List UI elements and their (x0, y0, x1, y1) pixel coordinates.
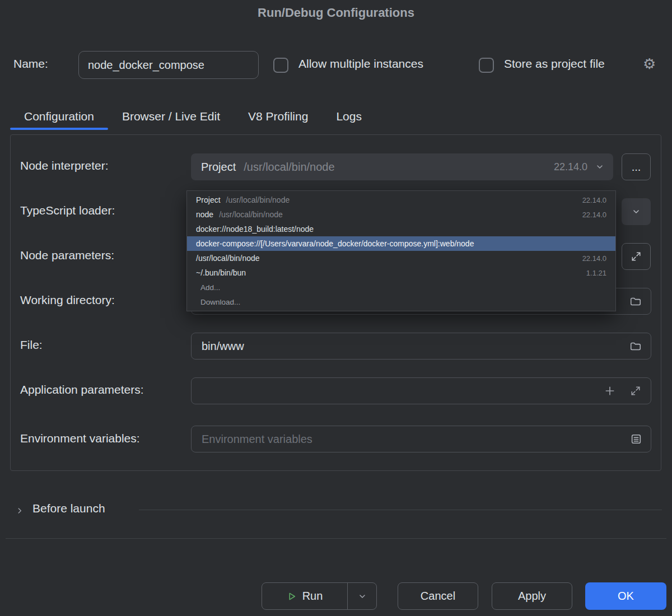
typescript-loader-label: TypeScript loader: (20, 204, 115, 217)
expand-icon (631, 251, 641, 262)
expand-icon[interactable] (631, 386, 641, 396)
allow-multiple-checkbox[interactable] (273, 58, 288, 73)
apply-button[interactable]: Apply (492, 582, 572, 610)
option-name: node (196, 210, 213, 219)
interpreter-more-button[interactable]: ... (622, 153, 651, 180)
name-label: Name: (13, 57, 48, 71)
tab-label: Configuration (24, 110, 94, 123)
name-input[interactable] (78, 51, 259, 79)
node-parameters-label: Node parameters: (20, 249, 114, 262)
store-project-checkbox[interactable] (479, 58, 494, 73)
option-version: 22.14.0 (582, 211, 606, 219)
interpreter-option[interactable]: node /usr/local/bin/node 22.14.0 (187, 207, 615, 222)
browse-list-icon[interactable] (630, 433, 642, 445)
run-button-label: Run (302, 590, 323, 603)
store-project-label: Store as project file (504, 57, 605, 71)
typescript-loader-chevron-button[interactable] (622, 198, 651, 225)
option-version: 1.1.21 (586, 269, 606, 277)
interpreter-dropdown: Project /usr/local/bin/node 22.14.0 node… (186, 190, 616, 311)
file-input-field[interactable] (191, 333, 651, 360)
before-launch-label[interactable]: Before launch (32, 502, 105, 515)
run-button[interactable]: Run (262, 583, 347, 609)
interpreter-value-name: Project (201, 161, 236, 174)
node-interpreter-combobox[interactable]: Project /usr/local/bin/node 22.14.0 (191, 153, 613, 180)
file-input[interactable] (192, 333, 651, 359)
option-name: Download... (200, 298, 240, 306)
option-name: Project (196, 195, 221, 204)
tab-bar: Configuration Browser / Live Edit V8 Pro… (10, 103, 376, 130)
folder-icon[interactable] (629, 340, 642, 352)
node-interpreter-label: Node interpreter: (20, 159, 109, 172)
environment-variables-label: Environment variables: (20, 432, 140, 445)
option-name: Add... (200, 283, 220, 292)
interpreter-value-path: /usr/local/bin/node (244, 161, 334, 174)
tab-configuration[interactable]: Configuration (10, 103, 108, 130)
chevron-down-icon (595, 162, 604, 171)
gear-icon[interactable]: ⚙ (643, 57, 656, 71)
tab-label: Logs (336, 110, 362, 123)
interpreter-version: 22.14.0 (554, 161, 587, 173)
tab-label: Browser / Live Edit (122, 110, 220, 123)
cancel-button[interactable]: Cancel (398, 582, 478, 610)
interpreter-option[interactable]: docker://node18_build:latest/node (187, 222, 615, 236)
option-path: /usr/local/bin/node (219, 210, 283, 219)
tab-label: V8 Profiling (248, 110, 308, 123)
tab-v8-profiling[interactable]: V8 Profiling (234, 103, 322, 130)
option-name: /usr/local/bin/node (196, 254, 260, 263)
interpreter-option[interactable]: /usr/local/bin/node 22.14.0 (187, 251, 615, 265)
option-name: docker-compose://[/Users/varvara/node_do… (196, 239, 474, 248)
ok-button[interactable]: OK (585, 582, 666, 610)
option-version: 22.14.0 (582, 196, 606, 204)
option-path: /usr/local/bin/node (226, 195, 290, 204)
tab-logs[interactable]: Logs (322, 103, 376, 130)
tab-browser-live-edit[interactable]: Browser / Live Edit (108, 103, 234, 130)
option-name: ~/.bun/bin/bun (196, 268, 246, 277)
interpreter-option-selected[interactable]: docker-compose://[/Users/varvara/node_do… (187, 236, 615, 251)
footer-divider (6, 538, 666, 539)
chevron-right-icon[interactable] (16, 506, 24, 516)
chevron-down-icon (632, 207, 641, 216)
allow-multiple-label: Allow multiple instances (298, 57, 423, 71)
option-name: docker://node18_build:latest/node (196, 225, 314, 234)
application-parameters-label: Application parameters: (20, 383, 144, 396)
environment-variables-field[interactable] (191, 426, 651, 452)
node-parameters-expand-button[interactable] (622, 243, 651, 270)
run-split-button: Run (262, 582, 377, 610)
run-options-button[interactable] (348, 583, 376, 609)
option-version: 22.14.0 (582, 254, 606, 263)
before-launch-divider (139, 510, 662, 510)
chevron-down-icon (358, 592, 367, 601)
application-parameters-input[interactable] (191, 377, 651, 404)
folder-icon[interactable] (629, 295, 642, 307)
dialog-title: Run/Debug Configurations (0, 6, 672, 20)
play-icon (287, 591, 297, 601)
file-label: File: (20, 338, 43, 352)
interpreter-option-add[interactable]: Add... (187, 280, 615, 295)
working-directory-label: Working directory: (20, 293, 115, 307)
interpreter-option[interactable]: ~/.bun/bin/bun 1.1.21 (187, 265, 615, 280)
interpreter-option-download[interactable]: Download... (187, 295, 615, 309)
plus-icon[interactable] (604, 385, 615, 396)
interpreter-option[interactable]: Project /usr/local/bin/node 22.14.0 (187, 193, 615, 207)
environment-variables-input[interactable] (192, 426, 651, 452)
